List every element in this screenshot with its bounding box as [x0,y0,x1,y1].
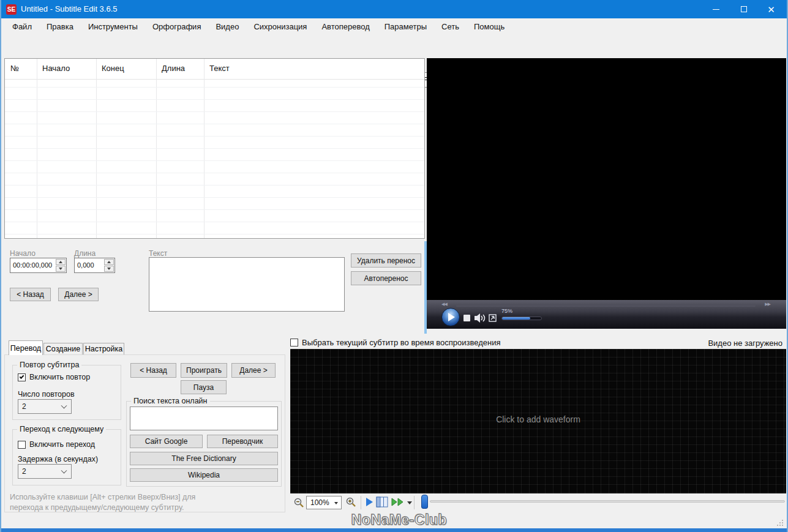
subtitle-text-input[interactable] [149,257,345,312]
back-button[interactable]: < Назад [130,363,176,378]
start-time-value[interactable]: 00:00:00,000 [10,258,56,272]
fast-forward-menu-arrow[interactable] [407,501,412,504]
menu-sync[interactable]: Сихронизация [246,20,314,34]
seek-forward-icon[interactable]: ▶▶ [765,302,770,307]
fast-forward-button[interactable] [391,498,405,506]
wikipedia-button[interactable]: Wikipedia [130,468,278,482]
delay-select[interactable]: 2 [18,464,72,479]
waveform-placeholder: Click to add waveform [290,414,786,424]
google-site-button[interactable]: Сайт Google [130,435,203,448]
arrow-up-icon [59,261,62,263]
prev-subtitle-button[interactable]: < Назад [10,288,51,301]
player-control-bar: ◀◀ ▶▶ 75% [427,300,786,329]
waveform-position-marker[interactable] [421,495,428,509]
arrow-down-icon [107,268,111,270]
next-subtitle-button[interactable]: Далее > [58,288,99,301]
arrow-down-icon [59,268,62,270]
repeat-count-select[interactable]: 2 [18,399,72,414]
repeat-count-value: 2 [22,402,26,411]
translator-button[interactable]: Переводчик [207,435,278,448]
enable-goto-label: Включить переход [29,440,95,449]
close-button[interactable]: ✕ [757,0,785,18]
minimize-icon [713,9,719,10]
duration-spinner[interactable]: 0,000 [74,258,115,273]
enable-repeat-label: Включить повтор [29,373,90,381]
seek-bar[interactable] [456,305,756,307]
play-current-button[interactable]: Проиграть [181,363,227,378]
app-window: SE Untitled - Subtitle Edit 3.6.5 ✕ Файл… [0,0,788,532]
menu-options[interactable]: Параметры [377,20,434,34]
column-text[interactable]: Текст [209,64,230,73]
duration-label: Длина [74,249,96,258]
window-title: Untitled - Subtitle Edit 3.6.5 [21,4,118,13]
column-number[interactable]: № [10,64,19,73]
waveform-scrollbar[interactable] [430,500,785,503]
subtitle-list[interactable]: № Начало Конец Длина Текст [4,58,425,239]
subtitle-list-body[interactable] [5,80,424,238]
menu-spellcheck[interactable]: Орфография [145,20,208,34]
tab-translate-label: Перевод [10,344,41,353]
waveform-play-button[interactable] [366,498,373,506]
arrow-up-icon [107,261,111,263]
controls-separator [414,496,415,509]
column-start[interactable]: Начало [42,64,70,73]
navigation-hint: Используйте клавиши [Alt+ стрелки Вверх/… [10,492,195,513]
menu-file[interactable]: Файл [5,20,39,34]
stop-button[interactable] [463,315,470,321]
autobreak-button[interactable]: Автоперенос [351,271,421,285]
spin-up-button[interactable] [104,259,114,265]
waveform-zoom-select[interactable]: 100% [306,496,342,509]
duration-value[interactable]: 0,000 [75,258,104,272]
maximize-button[interactable] [730,0,757,18]
menu-autotranslate[interactable]: Автоперевод [314,20,377,34]
play-button[interactable] [441,308,460,326]
volume-icon[interactable] [475,313,486,323]
column-duration[interactable]: Длина [162,64,185,73]
zoom-in-button[interactable] [345,496,356,508]
pause-button[interactable]: Пауза [181,380,227,394]
select-current-subtitle-checkbox[interactable] [290,339,298,347]
chevron-down-icon [61,403,67,409]
menu-edit[interactable]: Правка [39,20,81,34]
column-end[interactable]: Конец [102,64,124,73]
menu-network[interactable]: Сеть [434,20,467,34]
video-player[interactable]: ◀◀ ▶▶ 75% [427,58,786,329]
forward-button[interactable]: Далее > [231,363,276,378]
subtitle-list-header: № Начало Конец Длина Текст [5,59,424,80]
window-bottom-border [1,528,787,532]
waveform-zoom-value: 100% [310,498,329,507]
menu-tools[interactable]: Инструменты [81,20,145,34]
resize-grip[interactable] [776,519,784,526]
spinner-buttons [104,258,114,272]
delay-label: Задержка (в секундах) [18,455,98,463]
chevron-down-icon [334,502,338,504]
menu-help[interactable]: Помощь [467,20,512,34]
menu-video[interactable]: Видео [208,20,246,34]
waveform-area[interactable]: Click to add waveform [290,349,786,493]
start-time-label: Начало [10,249,36,258]
tab-translate[interactable]: Перевод [9,340,43,355]
repeat-count-label: Число повторов [18,390,75,399]
volume-slider[interactable] [501,317,542,320]
video-position-button[interactable] [376,496,388,508]
zoom-out-button[interactable] [293,497,304,508]
goto-group-label: Переход к следующему [17,425,106,433]
spin-down-button[interactable] [56,266,66,272]
fullscreen-icon[interactable] [489,314,497,322]
app-logo-icon: SE [6,4,17,15]
minimize-button[interactable] [702,0,730,18]
tab-adjust[interactable]: Настройка [83,343,124,355]
online-search-label: Поиск текста онлайн [131,397,210,405]
spin-down-button[interactable] [104,266,114,272]
unbreak-button[interactable]: Удалить перенос [351,253,421,268]
enable-repeat-checkbox[interactable] [18,373,26,381]
start-time-spinner[interactable]: 00:00:00,000 [10,258,67,273]
spin-up-button[interactable] [56,259,66,265]
seek-back-icon[interactable]: ◀◀ [441,302,447,307]
volume-percent: 75% [501,308,512,314]
free-dictionary-button[interactable]: The Free Dictionary [130,452,278,465]
enable-goto-checkbox[interactable] [18,441,26,449]
tab-create[interactable]: Создание [43,343,83,355]
toolbar: ? Формат SubRip (.srt) Кодировка UTF-8 w… [1,34,787,57]
search-text-input[interactable] [130,406,278,430]
